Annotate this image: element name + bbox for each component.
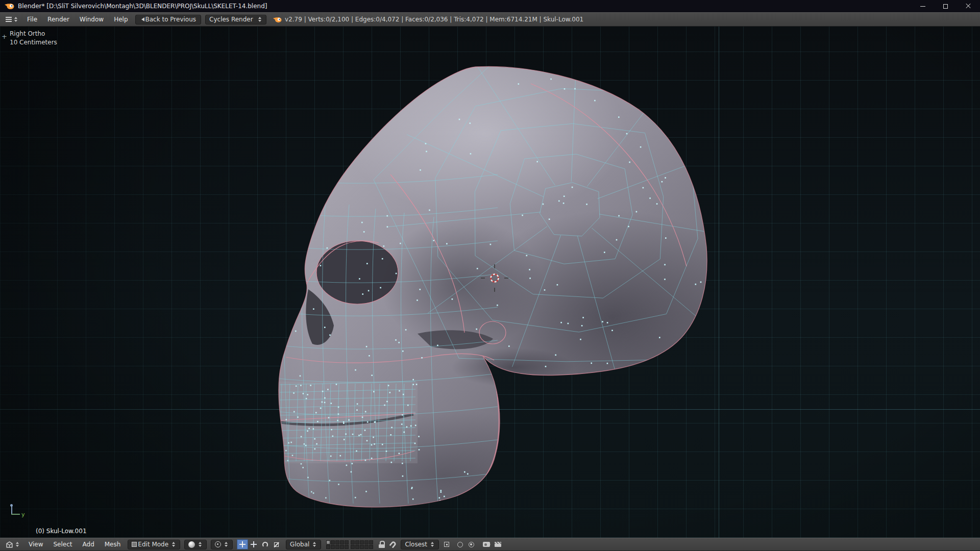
snap-target-select[interactable]: Closest [401,540,439,549]
viewport-labels: Right Ortho 10 Centimeters [10,30,57,47]
layer-toggle[interactable] [355,540,359,544]
updown-arrows-icon [258,17,261,22]
window-title: Blender* [D:\SliT Silverovich\Montagh\3D… [18,3,267,10]
orientation-select[interactable]: Global [286,540,321,549]
layer-toggle[interactable] [331,540,335,544]
object-info-label: (0) Skul-Low.001 [36,528,87,535]
blender-badge-icon [273,16,282,23]
shading-select[interactable] [184,540,207,549]
rotate-manipulator-button[interactable] [259,539,271,549]
layer-toggle[interactable] [351,545,355,549]
updown-arrows-icon [225,542,228,547]
layer-toggle[interactable] [335,545,339,549]
manipulator-toggles [237,539,282,549]
updown-arrows-icon [431,542,434,547]
translate-manipulator-button[interactable] [248,539,259,549]
view-name-label: Right Ortho [10,30,57,38]
menu-window[interactable]: Window [75,16,109,23]
layer-toggle[interactable] [364,540,369,544]
layer-toggle[interactable] [345,545,349,549]
mode-select[interactable]: Edit Mode [128,540,180,549]
menu-file[interactable]: File [22,16,42,23]
manipulator-icon [239,541,246,547]
layer-toggle[interactable] [326,540,330,544]
scene-stats: v2.79 | Verts:0/2,100 | Edges:0/4,072 | … [285,16,583,23]
back-icon [139,17,144,21]
layer-toggle[interactable] [369,545,373,549]
opengl-render-button[interactable] [481,539,492,549]
layer-toggle[interactable] [360,545,364,549]
axis-y-label: y [21,511,25,518]
magnet-icon [389,540,397,548]
back-button-label: Back to Previous [145,16,197,23]
menu-select[interactable]: Select [48,541,77,548]
scale-icon [274,542,279,547]
layer-toggle[interactable] [335,540,339,544]
layer-toggle[interactable] [340,545,344,549]
rotate-icon [262,542,268,547]
viewport-3d[interactable]: Right Ortho 10 Centimeters + y (0) Skul-… [0,27,980,538]
menu-add[interactable]: Add [78,541,100,548]
updown-arrows-icon [172,542,175,547]
viewport-header: View Select Add Mesh Edit Mode Global [0,538,980,551]
menu-help[interactable]: Help [109,16,133,23]
menu-mesh[interactable]: Mesh [100,541,126,548]
pivot-select[interactable] [211,540,233,549]
proportional-edit-group [454,539,477,549]
translate-icon [251,541,257,547]
layer-toggle[interactable] [355,545,359,549]
blender-window: Blender* [D:\SliT Silverovich\Montagh\3D… [0,0,980,551]
snap-toggle-button[interactable] [387,539,399,549]
grid-scale-label: 10 Centimeters [10,38,57,47]
layer-group-2 [351,540,373,549]
scale-manipulator-button[interactable] [271,539,282,549]
skull-mesh[interactable] [0,27,980,538]
blender-logo-icon [4,3,14,10]
proportional-edit-button[interactable] [454,539,465,549]
snap-value: Closest [405,541,427,548]
lock-icon [379,541,385,548]
editor-type-button[interactable] [3,16,20,23]
region-expand-button[interactable]: + [2,33,7,40]
scene-lock-button[interactable] [376,539,387,549]
mode-value: Edit Mode [138,541,168,548]
info-editor-icon [6,16,12,23]
orientation-value: Global [290,541,309,548]
viewport-editor-icon [6,541,13,548]
clapper-icon [495,542,501,547]
edit-mode-icon [132,542,137,547]
proportional-edit-icon [457,542,463,547]
layer-toggle[interactable] [345,540,349,544]
opengl-render-group [481,539,503,549]
close-button[interactable] [957,0,980,12]
pivot-center-icon [215,541,221,547]
layer-toggle[interactable] [340,540,344,544]
titlebar: Blender* [D:\SliT Silverovich\Montagh\3D… [0,0,980,12]
proportional-falloff-button[interactable] [465,539,477,549]
layer-toggle[interactable] [369,540,373,544]
updown-arrows-icon [16,542,19,547]
back-to-previous-button[interactable]: Back to Previous [135,15,202,24]
updown-arrows-icon [313,542,316,547]
editor-type-button[interactable] [3,541,21,548]
menu-view[interactable]: View [23,541,48,548]
maximize-button[interactable] [934,0,957,12]
snap-element-button[interactable] [441,539,452,549]
minimize-button[interactable] [911,0,934,12]
layer-toggle[interactable] [360,540,364,544]
layer-toggle[interactable] [351,540,355,544]
opengl-render-anim-button[interactable] [492,539,503,549]
updown-arrows-icon [14,17,17,22]
layer-group-1 [326,540,349,549]
updown-arrows-icon [199,542,202,547]
render-engine-select[interactable]: Cycles Render [205,15,266,24]
layer-toggle[interactable] [331,545,335,549]
layer-toggle[interactable] [364,545,369,549]
shading-sphere-icon [188,541,195,548]
manipulator-toggle-button[interactable] [237,539,248,549]
snap-element-icon [444,542,449,547]
camera-icon [483,542,490,547]
menu-render[interactable]: Render [42,16,75,23]
layer-toggle[interactable] [326,545,330,549]
engine-value: Cycles Render [209,16,255,23]
